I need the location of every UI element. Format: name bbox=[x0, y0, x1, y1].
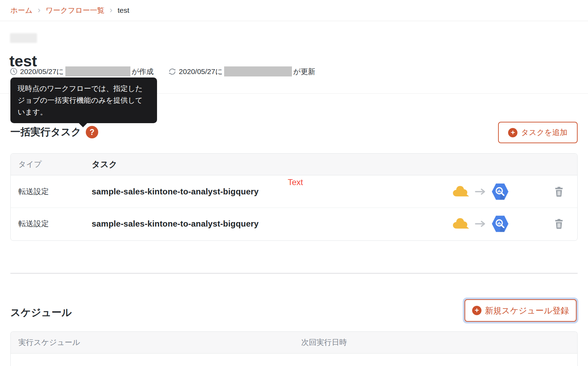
refresh-icon bbox=[168, 67, 176, 76]
updated-suffix: が更新 bbox=[293, 67, 315, 76]
chevron-right-icon: › bbox=[38, 6, 40, 14]
bigquery-logo-icon bbox=[491, 215, 509, 233]
kintone-logo-icon bbox=[452, 216, 470, 231]
tasks-table-header: タイプ タスク bbox=[11, 154, 577, 175]
created-date: 2020/05/27に bbox=[20, 67, 64, 76]
schedule-section-title: スケジュール bbox=[10, 306, 72, 320]
new-schedule-button[interactable]: + 新規スケジュール登録 bbox=[465, 299, 577, 322]
column-header-task: タスク bbox=[92, 159, 577, 170]
breadcrumb-current: test bbox=[118, 6, 129, 15]
pipeline-icons bbox=[452, 215, 509, 233]
bigquery-logo-icon bbox=[491, 183, 509, 201]
add-task-button-label: タスクを追加 bbox=[521, 127, 567, 138]
tasks-section-title: 一括実行タスク bbox=[10, 125, 81, 139]
redacted-label-block bbox=[10, 33, 37, 43]
plus-icon: + bbox=[472, 306, 481, 315]
plus-icon: + bbox=[508, 128, 517, 137]
task-name: sample-sales-kintone-to-analyst-bigquery bbox=[92, 219, 452, 229]
focus-ring: + 新規スケジュール登録 bbox=[463, 298, 578, 323]
schedule-section-header: スケジュール bbox=[10, 306, 72, 320]
redacted-creator-name bbox=[65, 66, 130, 76]
help-icon[interactable]: ? bbox=[86, 126, 98, 138]
column-header-next-run: 次回実行日時 bbox=[301, 337, 577, 348]
trash-icon bbox=[554, 219, 563, 229]
redacted-updater-name bbox=[224, 66, 292, 76]
arrow-right-icon bbox=[475, 187, 486, 196]
new-schedule-button-label: 新規スケジュール登録 bbox=[485, 305, 569, 316]
workflow-meta: 2020/05/27に が作成 2020/05/27に が更新 bbox=[10, 66, 315, 76]
help-tooltip-text: 現時点のワークフローでは、指定したジョブの一括実行機能のみを提供しています。 bbox=[18, 84, 143, 116]
pipeline-icons bbox=[452, 183, 509, 201]
clock-icon bbox=[10, 67, 18, 75]
add-task-button[interactable]: + タスクを追加 bbox=[498, 122, 578, 143]
arrow-right-icon bbox=[475, 220, 486, 228]
created-suffix: が作成 bbox=[132, 67, 154, 76]
chevron-right-icon: › bbox=[110, 6, 112, 14]
workflow-detail-page: ホーム › ワークフロー一覧 › test test 2020/05/27に が… bbox=[0, 0, 588, 366]
table-row: 転送設定 sample-sales-kintone-to-analyst-big… bbox=[11, 208, 577, 240]
trash-icon bbox=[554, 186, 563, 197]
column-header-schedule: 実行スケジュール bbox=[11, 337, 301, 348]
delete-task-button[interactable] bbox=[554, 219, 563, 229]
annotation-text: Text bbox=[288, 177, 303, 187]
schedule-table-header: 実行スケジュール 次回実行日時 bbox=[11, 332, 577, 354]
schedule-table: 実行スケジュール 次回実行日時 bbox=[10, 331, 578, 366]
kintone-logo-icon bbox=[452, 184, 470, 199]
task-type: 転送設定 bbox=[11, 219, 92, 229]
breadcrumb: ホーム › ワークフロー一覧 › test bbox=[0, 0, 588, 21]
tasks-table: タイプ タスク 転送設定 sample-sales-kintone-to-ana… bbox=[10, 153, 578, 241]
updated-date: 2020/05/27に bbox=[179, 67, 223, 76]
column-header-type: タイプ bbox=[11, 159, 92, 170]
section-divider bbox=[10, 273, 578, 274]
help-tooltip: 現時点のワークフローでは、指定したジョブの一括実行機能のみを提供しています。 bbox=[10, 77, 157, 123]
task-type: 転送設定 bbox=[11, 186, 92, 197]
delete-task-button[interactable] bbox=[554, 186, 563, 197]
task-name: sample-sales-kintone-to-analyst-bigquery bbox=[92, 187, 452, 196]
breadcrumb-link-workflow-list[interactable]: ワークフロー一覧 bbox=[46, 6, 104, 15]
breadcrumb-link-home[interactable]: ホーム bbox=[10, 6, 33, 15]
